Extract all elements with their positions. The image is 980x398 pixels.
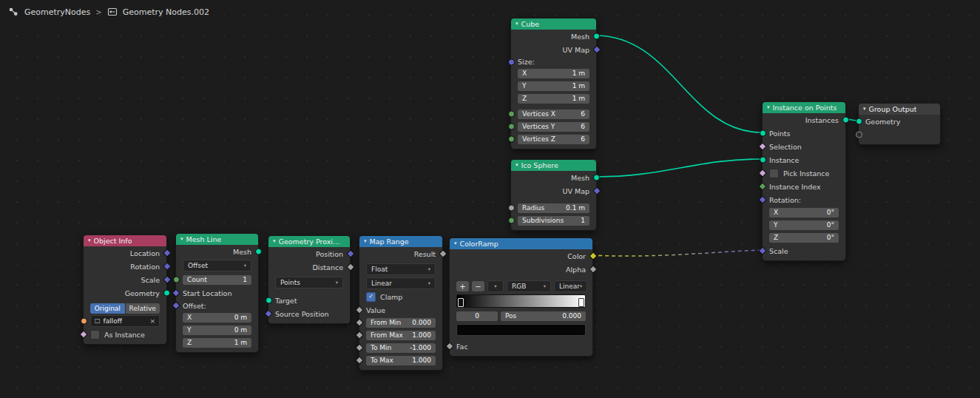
collapse-chevron-icon[interactable]: ▾ [516, 21, 518, 27]
float-field-socket[interactable] [355, 306, 363, 314]
float-field-socket[interactable] [355, 343, 363, 351]
interpolation-dropdown[interactable]: Linear ▾ [366, 277, 436, 289]
subdivisions-field[interactable]: Subdivisions 1 [518, 216, 589, 226]
node-map-range-header[interactable]: ▾ Map Range [359, 236, 442, 247]
collapse-chevron-icon[interactable]: ▾ [364, 239, 367, 244]
size-x-field[interactable]: X 1 m [518, 69, 589, 78]
vector-field-socket[interactable] [758, 195, 766, 203]
float-field-socket[interactable] [439, 249, 447, 257]
integer-socket[interactable] [508, 124, 515, 130]
colorramp-stop-marker[interactable] [458, 298, 464, 307]
size-y-field[interactable]: Y 1 m [518, 81, 589, 91]
size-z-field[interactable]: Z 1 m [518, 94, 589, 104]
geometry-socket[interactable] [593, 33, 600, 40]
geometry-socket[interactable] [842, 117, 849, 124]
original-button[interactable]: Original [90, 303, 125, 314]
color-field-socket[interactable] [589, 252, 597, 260]
float-socket[interactable] [508, 205, 515, 212]
vertices-x-field[interactable]: Vertices X 6 [518, 109, 589, 119]
vector-field-socket[interactable] [172, 301, 180, 309]
boolean-field-socket[interactable] [79, 330, 87, 338]
node-geometry-proximity-header[interactable]: ▾ Geometry Proximity [268, 236, 350, 247]
node-colorramp-header[interactable]: ▾ ColorRamp [450, 238, 592, 249]
offset-z-field[interactable]: Z 1 m [183, 338, 251, 348]
to-max-field[interactable]: To Max 1.000 [366, 356, 436, 365]
colorramp-specials-icon[interactable]: ▾ [487, 280, 504, 292]
from-max-field[interactable]: From Max 1.000 [366, 331, 436, 340]
geometry-socket[interactable] [255, 249, 262, 255]
integer-socket[interactable] [508, 217, 515, 224]
node-geometry-proximity[interactable]: ▾ Geometry Proximity Position Distance P… [268, 235, 351, 324]
colorramp-stop-marker[interactable] [578, 298, 584, 307]
node-map-range[interactable]: ▾ Map Range Result Float ▾ Linear ▾ ✓ Cl… [359, 235, 443, 371]
stop-position-field[interactable]: Pos 0.000 [501, 311, 586, 321]
rotation-z-field[interactable]: Z 0° [769, 233, 839, 243]
stop-color-swatch[interactable] [456, 324, 586, 336]
node-colorramp[interactable]: ▾ ColorRamp Color Alpha + − ▾ RGB ▾ Line… [449, 237, 593, 357]
vector-field-socket[interactable] [163, 262, 171, 270]
collapse-chevron-icon[interactable]: ▾ [88, 238, 91, 243]
node-mesh-line-header[interactable]: ▾ Mesh Line [176, 234, 258, 245]
vector-socket[interactable] [508, 58, 515, 65]
node-group-output-header[interactable]: ▾ Group Output [859, 104, 940, 115]
node-cube[interactable]: ▾ Cube Mesh UV Map Size: X 1 m Y 1 m Z 1… [510, 18, 597, 149]
rotation-x-field[interactable]: X 0° [769, 208, 839, 217]
collapse-chevron-icon[interactable]: ▾ [454, 241, 457, 246]
radius-field[interactable]: Radius 0.1 m [518, 203, 589, 213]
collapse-chevron-icon[interactable]: ▾ [516, 163, 518, 168]
vector-field-socket[interactable] [163, 275, 171, 283]
clear-object-icon[interactable]: × [149, 318, 155, 325]
float-field-socket[interactable] [355, 318, 363, 326]
count-field[interactable]: Count 1 [183, 275, 251, 285]
node-group-output[interactable]: ▾ Group Output Geometry [858, 103, 941, 145]
node-mesh-line[interactable]: ▾ Mesh Line Mesh Offset ▾ Count 1 Start … [175, 233, 259, 353]
offset-y-field[interactable]: Y 0 m [183, 326, 251, 335]
integer-socket[interactable] [508, 111, 515, 118]
float-field-socket[interactable] [355, 331, 363, 339]
colorramp-gradient[interactable] [456, 294, 586, 308]
float-field-socket[interactable] [346, 263, 354, 271]
stop-index-field[interactable]: 0 [456, 311, 498, 321]
offset-x-field[interactable]: X 0 m [183, 313, 251, 323]
integer-socket[interactable] [508, 136, 515, 143]
clamp-checkbox[interactable]: ✓ [366, 292, 376, 302]
vector-field-socket[interactable] [163, 249, 171, 257]
float-field-socket[interactable] [589, 265, 597, 273]
node-object-info-header[interactable]: ▾ Object Info [84, 235, 166, 246]
collapse-chevron-icon[interactable]: ▾ [180, 237, 183, 242]
color-mode-dropdown[interactable]: RGB ▾ [507, 280, 551, 292]
vertices-y-field[interactable]: Vertices Y 6 [518, 122, 589, 132]
node-ico-sphere[interactable]: ▾ Ico Sphere Mesh UV Map Radius 0.1 m Su… [510, 159, 597, 231]
rotation-y-field[interactable]: Y 0° [769, 220, 839, 230]
vector-field-socket[interactable] [172, 289, 180, 297]
vector-field-socket[interactable] [264, 309, 272, 317]
as-instance-checkbox[interactable] [90, 330, 100, 340]
integer-field-socket[interactable] [758, 182, 766, 190]
node-instance-on-points-header[interactable]: ▾ Instance on Points [763, 102, 845, 113]
float-field-socket[interactable] [445, 342, 453, 350]
pick-instance-checkbox[interactable] [769, 169, 779, 178]
target-element-dropdown[interactable]: Points ▾ [275, 277, 343, 289]
boolean-field-socket[interactable] [758, 169, 766, 177]
geometry-socket[interactable] [856, 118, 862, 125]
float-field-socket[interactable] [355, 356, 363, 364]
geometry-socket[interactable] [163, 290, 170, 297]
object-selector-field[interactable]: □ falloff × [90, 315, 160, 327]
data-type-dropdown[interactable]: Float ▾ [366, 263, 436, 275]
integer-socket[interactable] [173, 277, 180, 283]
node-editor-canvas[interactable]: GeometryNodes > Geometry Nodes.002 ▾ Cub… [0, 0, 980, 398]
remove-stop-button[interactable]: − [472, 281, 484, 291]
to-min-field[interactable]: To Min -1.000 [366, 343, 436, 353]
vector-field-socket[interactable] [346, 249, 354, 257]
ramp-interpolation-dropdown[interactable]: Linear ▾ [554, 280, 587, 292]
vector-field-socket[interactable] [592, 45, 601, 53]
vector-field-socket[interactable] [758, 246, 766, 254]
geometry-socket[interactable] [760, 130, 766, 137]
boolean-field-socket[interactable] [758, 142, 766, 150]
collapse-chevron-icon[interactable]: ▾ [863, 107, 866, 112]
editor-type-icon[interactable] [7, 6, 19, 18]
node-cube-header[interactable]: ▾ Cube [511, 18, 596, 30]
vertices-z-field[interactable]: Vertices Z 6 [518, 135, 589, 144]
relative-button[interactable]: Relative [126, 303, 160, 314]
node-ico-sphere-header[interactable]: ▾ Ico Sphere [511, 160, 596, 171]
